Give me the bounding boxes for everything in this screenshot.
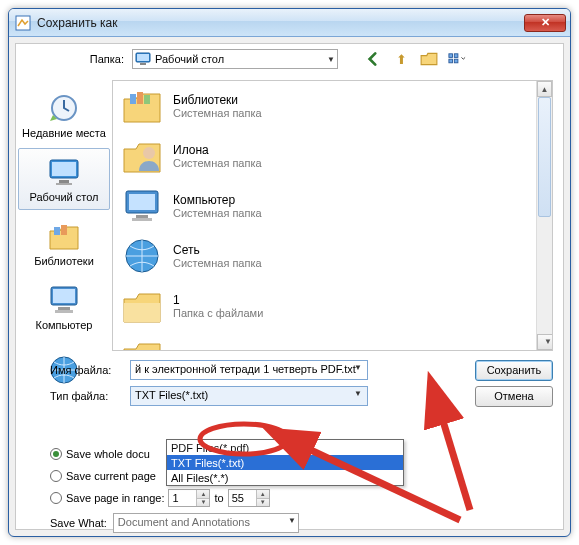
folder-label: Папка: (76, 53, 124, 65)
file-row[interactable]: ИлонаСистемная папка (113, 131, 536, 181)
svg-rect-6 (449, 59, 453, 63)
file-name: Библиотеки (173, 93, 262, 107)
svg-rect-27 (132, 218, 152, 221)
cancel-button[interactable]: Отмена (475, 386, 553, 407)
bottom-panel: Имя файла: й к электронной тетради 1 чет… (16, 351, 563, 529)
scroll-down-arrow[interactable]: ▼ (537, 334, 553, 350)
views-icon[interactable] (448, 50, 466, 68)
file-subtitle: Системная папка (173, 207, 262, 219)
close-button[interactable]: ✕ (524, 14, 566, 32)
save-as-dialog: Сохранить как ✕ Папка: Рабочий стол ▼ ⬆ (8, 8, 571, 537)
svg-rect-11 (59, 180, 69, 183)
svg-rect-12 (56, 183, 72, 185)
svg-point-23 (143, 147, 155, 159)
file-list[interactable]: БиблиотекиСистемная папкаИлонаСистемная … (113, 81, 536, 350)
file-name: Сеть (173, 243, 262, 257)
filetype-field[interactable]: TXT Files(*.txt) ▼ (130, 386, 368, 406)
place-desktop[interactable]: Рабочий стол (18, 148, 110, 210)
file-name: Компьютер (173, 193, 262, 207)
app-icon (15, 15, 31, 31)
svg-rect-22 (144, 95, 150, 104)
window-title: Сохранить как (37, 16, 524, 30)
place-libraries[interactable]: Библиотеки (18, 212, 110, 274)
toolbar: ⬆ (364, 50, 466, 68)
file-row[interactable]: СетьСистемная папка (113, 231, 536, 281)
computer-icon (121, 185, 163, 227)
filetype-label: Тип файла: (26, 390, 122, 402)
titlebar[interactable]: Сохранить как ✕ (9, 9, 570, 37)
file-row[interactable]: 1111 (113, 331, 536, 350)
libraries-icon (121, 85, 163, 127)
svg-rect-21 (137, 92, 143, 104)
filename-field[interactable]: й к электронной тетради 1 четверть PDF.t… (130, 360, 368, 380)
range-to-spin[interactable]: 55 ▲▼ (228, 489, 270, 507)
folder-icon (121, 285, 163, 327)
places-bar: Недавние местаРабочий столБиблиотекиКомп… (16, 80, 112, 351)
svg-rect-4 (449, 54, 453, 58)
place-label: Библиотеки (34, 255, 94, 267)
svg-rect-16 (53, 289, 75, 303)
save-range-radio[interactable]: Save page in range: 1 ▲▼ to 55 ▲▼ (50, 489, 553, 507)
scroll-up-arrow[interactable]: ▲ (537, 81, 552, 97)
dialog-body: Папка: Рабочий стол ▼ ⬆ Недавние местаРа… (15, 43, 564, 530)
radio-icon (50, 492, 62, 504)
desktop-icon (135, 51, 151, 67)
file-subtitle: Системная папка (173, 107, 262, 119)
place-recent[interactable]: Недавние места (18, 84, 110, 146)
file-subtitle: Системная папка (173, 157, 262, 169)
svg-rect-0 (16, 16, 30, 30)
filetype-dropdown[interactable]: PDF Files(*.pdf)TXT Files(*.txt)All File… (166, 439, 404, 486)
file-name: 1111 (173, 349, 200, 350)
svg-rect-14 (61, 225, 67, 235)
svg-rect-2 (137, 54, 149, 61)
user-icon (121, 135, 163, 177)
folder-icon (121, 335, 163, 350)
close-icon: ✕ (541, 16, 550, 29)
svg-rect-26 (136, 215, 148, 218)
file-subtitle: Системная папка (173, 257, 262, 269)
svg-rect-10 (52, 162, 76, 176)
folder-value: Рабочий стол (155, 53, 224, 65)
radio-icon (50, 448, 62, 460)
folder-row: Папка: Рабочий стол ▼ ⬆ (16, 44, 563, 74)
new-folder-icon[interactable] (420, 50, 438, 68)
svg-rect-20 (130, 94, 136, 104)
back-icon[interactable] (364, 50, 382, 68)
scroll-thumb[interactable] (538, 97, 551, 217)
filename-label: Имя файла: (26, 364, 122, 376)
filetype-option[interactable]: TXT Files(*.txt) (167, 455, 403, 470)
filetype-value: TXT Files(*.txt) (135, 389, 208, 401)
save-button[interactable]: Сохранить (475, 360, 553, 381)
computer-icon (47, 283, 81, 317)
recent-icon (47, 91, 81, 125)
save-what-label: Save What: (50, 517, 107, 529)
save-what-field[interactable]: Document and Annotations ▼ (113, 513, 299, 533)
file-name: 1 (173, 293, 263, 307)
range-from-spin[interactable]: 1 ▲▼ (168, 489, 210, 507)
filetype-option[interactable]: PDF Files(*.pdf) (167, 440, 403, 455)
file-list-area: БиблиотекиСистемная папкаИлонаСистемная … (112, 80, 553, 351)
file-row[interactable]: БиблиотекиСистемная папка (113, 81, 536, 131)
place-label: Компьютер (36, 319, 93, 331)
svg-rect-18 (55, 310, 73, 313)
filetype-option[interactable]: All Files(*.*) (167, 470, 403, 485)
place-label: Недавние места (22, 127, 106, 139)
vertical-scrollbar[interactable]: ▲ ▼ (536, 81, 552, 350)
svg-rect-5 (454, 54, 458, 58)
svg-rect-25 (129, 194, 155, 210)
filename-value: й к электронной тетради 1 четверть PDF.t… (135, 363, 356, 375)
up-icon[interactable]: ⬆ (392, 50, 410, 68)
chevron-down-icon: ▼ (351, 363, 365, 372)
network-icon (121, 235, 163, 277)
chevron-down-icon: ▼ (288, 516, 296, 525)
folder-combo[interactable]: Рабочий стол ▼ (132, 49, 338, 69)
file-name: Илона (173, 143, 262, 157)
libraries-icon (47, 219, 81, 253)
chevron-down-icon: ▼ (351, 389, 365, 398)
file-row[interactable]: 1Папка с файлами (113, 281, 536, 331)
file-subtitle: Папка с файлами (173, 307, 263, 319)
chevron-down-icon: ▼ (327, 55, 335, 64)
svg-rect-13 (54, 227, 60, 235)
place-computer[interactable]: Компьютер (18, 276, 110, 338)
file-row[interactable]: КомпьютерСистемная папка (113, 181, 536, 231)
